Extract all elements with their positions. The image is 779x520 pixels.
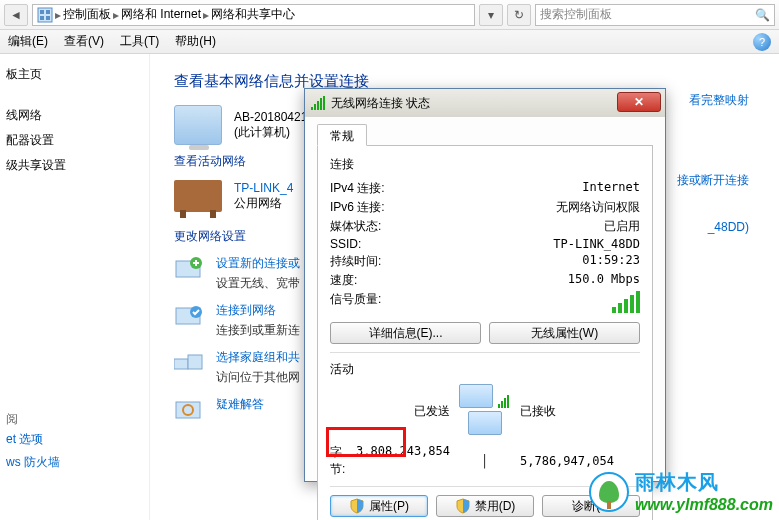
connect-disconnect-link[interactable]: 接或断开连接 <box>677 172 749 189</box>
disable-button-label: 禁用(D) <box>475 498 516 515</box>
refresh-button[interactable]: ↻ <box>507 4 531 26</box>
activity-signal-icon <box>498 394 509 408</box>
menu-edit[interactable]: 编辑(E) <box>8 33 48 50</box>
shield-icon <box>349 498 365 514</box>
homegroup-icon <box>174 349 206 377</box>
svg-rect-1 <box>40 10 44 14</box>
connect-network-icon <box>174 302 206 330</box>
sidebar-home[interactable]: 板主页 <box>6 62 149 87</box>
nav-back-button[interactable]: ◄ <box>4 4 28 26</box>
signal-label: 信号质量: <box>330 291 460 313</box>
monitor-sent-icon <box>459 384 493 408</box>
sidebar-wireless[interactable]: 线网络 <box>6 103 149 128</box>
watermark: 雨林木风 www.ylmf888.com <box>589 469 773 514</box>
signal-bars-icon <box>612 291 640 313</box>
signal-icon <box>311 96 325 110</box>
svg-rect-9 <box>174 359 188 369</box>
ssid-label: SSID: <box>330 237 460 251</box>
menu-tools[interactable]: 工具(T) <box>120 33 159 50</box>
watermark-url: www.ylmf888.com <box>635 496 773 514</box>
tab-general[interactable]: 常规 <box>317 124 367 146</box>
network-type: 公用网络 <box>234 195 293 212</box>
menu-bar: 编辑(E) 查看(V) 工具(T) 帮助(H) ? <box>0 30 779 54</box>
bench-icon <box>174 180 222 212</box>
chevron-right-icon: ▸ <box>113 8 119 22</box>
help-icon[interactable]: ? <box>753 33 771 51</box>
sidebar: 板主页 线网络 配器设置 级共享设置 阅 et 选项 ws 防火墙 <box>0 54 150 520</box>
ipv4-label: IPv4 连接: <box>330 180 460 197</box>
search-icon: 🔍 <box>755 8 770 22</box>
wireless-properties-button[interactable]: 无线属性(W) <box>489 322 640 344</box>
details-button[interactable]: 详细信息(E)... <box>330 322 481 344</box>
menu-view[interactable]: 查看(V) <box>64 33 104 50</box>
network-name-link[interactable]: TP-LINK_4 <box>234 181 293 195</box>
ipv6-value: 无网络访问权限 <box>556 199 640 216</box>
disable-button[interactable]: 禁用(D) <box>436 495 534 517</box>
activity-divider: │ <box>450 454 520 468</box>
media-value: 已启用 <box>604 218 640 235</box>
monitor-recv-icon <box>468 411 502 435</box>
computer-icon <box>174 105 222 145</box>
network-suffix[interactable]: _48DD) <box>708 220 749 234</box>
sidebar-internet-options[interactable]: et 选项 <box>6 428 60 451</box>
watermark-logo-icon <box>589 472 629 512</box>
ssid-value: TP-LINK_48DD <box>553 237 640 251</box>
group-connection: 连接 <box>330 156 640 173</box>
sent-label: 已发送 <box>330 403 450 420</box>
duration-value: 01:59:23 <box>582 253 640 270</box>
speed-value: 150.0 Mbps <box>568 272 640 289</box>
bytes-recv: 5,786,947,054 <box>520 454 640 468</box>
breadcrumb-seg2[interactable]: 网络和 Internet <box>121 6 201 23</box>
svg-rect-4 <box>46 16 50 20</box>
troubleshoot-icon <box>174 396 206 424</box>
speed-label: 速度: <box>330 272 460 289</box>
view-full-map-link[interactable]: 看完整映射 <box>689 92 749 109</box>
chevron-right-icon: ▸ <box>203 8 209 22</box>
search-input[interactable]: 搜索控制面板 🔍 <box>535 4 775 26</box>
duration-label: 持续时间: <box>330 253 460 270</box>
properties-button-label: 属性(P) <box>369 498 409 515</box>
wifi-status-dialog: 无线网络连接 状态 ✕ 常规 连接 IPv4 连接:Internet IPv6 … <box>304 88 666 482</box>
new-connection-icon <box>174 255 206 283</box>
address-bar: ◄ ▸ 控制面板 ▸ 网络和 Internet ▸ 网络和共享中心 ▾ ↻ 搜索… <box>0 0 779 30</box>
recv-label: 已接收 <box>520 403 640 420</box>
svg-rect-10 <box>188 355 202 369</box>
breadcrumb-dropdown-button[interactable]: ▾ <box>479 4 503 26</box>
ipv4-value: Internet <box>582 180 640 197</box>
sidebar-adapter[interactable]: 配器设置 <box>6 128 149 153</box>
properties-button[interactable]: 属性(P) <box>330 495 428 517</box>
sidebar-seealso-label: 阅 <box>6 411 60 428</box>
control-panel-icon <box>37 7 53 23</box>
breadcrumb-seg1[interactable]: 控制面板 <box>63 6 111 23</box>
dialog-close-button[interactable]: ✕ <box>617 92 661 112</box>
dialog-title: 无线网络连接 状态 <box>331 95 430 112</box>
chevron-right-icon: ▸ <box>55 8 61 22</box>
svg-rect-2 <box>46 10 50 14</box>
bytes-label: 字节: <box>330 444 348 478</box>
svg-rect-3 <box>40 16 44 20</box>
ipv6-label: IPv6 连接: <box>330 199 460 216</box>
breadcrumb-seg3[interactable]: 网络和共享中心 <box>211 6 295 23</box>
sidebar-firewall[interactable]: ws 防火墙 <box>6 451 60 474</box>
search-placeholder: 搜索控制面板 <box>540 6 612 23</box>
sidebar-sharing[interactable]: 级共享设置 <box>6 153 149 178</box>
bytes-sent: 3,808,243,854 <box>356 444 450 478</box>
menu-help[interactable]: 帮助(H) <box>175 33 216 50</box>
group-activity: 活动 <box>330 361 640 378</box>
divider <box>330 352 640 353</box>
dialog-titlebar[interactable]: 无线网络连接 状态 ✕ <box>305 89 665 117</box>
media-label: 媒体状态: <box>330 218 460 235</box>
shield-icon <box>455 498 471 514</box>
breadcrumb[interactable]: ▸ 控制面板 ▸ 网络和 Internet ▸ 网络和共享中心 <box>32 4 475 26</box>
watermark-cn: 雨林木风 <box>635 469 773 496</box>
